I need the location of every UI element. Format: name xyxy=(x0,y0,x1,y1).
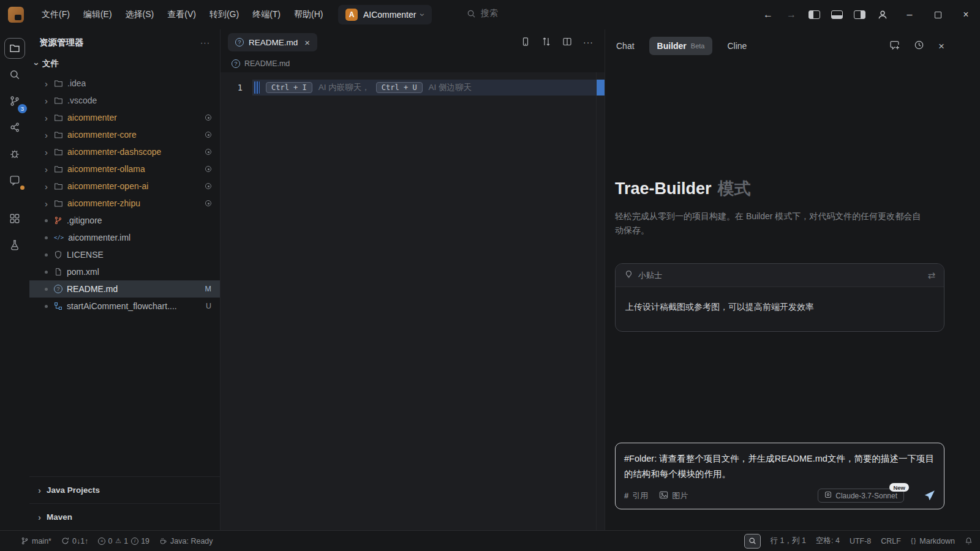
debug-icon[interactable] xyxy=(4,143,25,164)
source-control-icon[interactable]: 3 xyxy=(4,91,25,111)
preview-device-icon[interactable] xyxy=(521,37,530,48)
section-java-projects[interactable]: Java Projects xyxy=(29,476,220,503)
tree-item-flowchart[interactable]: startAiComment_flowchart.... U xyxy=(29,298,220,315)
tab-chat[interactable]: Chat xyxy=(616,41,635,51)
add-reference-button[interactable]: 引用 xyxy=(624,490,648,501)
maximize-button[interactable] xyxy=(924,0,952,29)
testing-icon[interactable] xyxy=(4,234,25,255)
problems-status[interactable]: 0 1 19 xyxy=(98,537,149,545)
app-logo-icon[interactable] xyxy=(8,7,24,23)
tree-item-aicommenter-ollama[interactable]: aicommenter-ollama xyxy=(29,160,220,178)
cursor-position[interactable]: 行 1，列 1 xyxy=(771,536,806,546)
code-editor[interactable]: 1 Ctrl + I AI 内嵌聊天， Ctrl + U AI 侧边聊天 xyxy=(221,72,605,530)
tab-builder[interactable]: Builder Beta xyxy=(649,37,713,55)
editor-scrollbar[interactable] xyxy=(596,72,605,530)
account-icon[interactable] xyxy=(877,9,888,20)
menu-help[interactable]: 帮助(H) xyxy=(287,6,330,23)
chevron-right-icon xyxy=(45,130,48,140)
toggle-panel-icon[interactable] xyxy=(831,10,843,19)
chat-input-box[interactable]: #Folder: 请查看整个项目文件，并生成README.md文件，简要的描述一… xyxy=(615,443,944,509)
tip-body: 上传设计稿截图或参考图，可以提高前端开发效率 xyxy=(616,287,944,331)
xml-file-icon xyxy=(54,268,62,276)
tab-readme-md[interactable]: README.md xyxy=(228,33,317,51)
more-actions-icon[interactable] xyxy=(200,39,210,47)
tree-item-aicommenter-core[interactable]: aicommenter-core xyxy=(29,126,220,143)
folder-icon xyxy=(54,148,63,157)
tree-item-license[interactable]: LICENSE xyxy=(29,246,220,263)
kbd-side-chat: Ctrl + U xyxy=(376,82,423,93)
error-icon xyxy=(98,538,105,545)
hash-icon xyxy=(624,492,628,500)
tab-cline[interactable]: Cline xyxy=(727,41,747,51)
indentation[interactable]: 空格: 4 xyxy=(816,536,840,546)
files-section-header[interactable]: 文件 xyxy=(29,55,220,72)
section-maven[interactable]: Maven xyxy=(29,503,220,530)
global-search[interactable]: 搜索 xyxy=(467,8,498,19)
menu-goto[interactable]: 转到(G) xyxy=(203,6,246,23)
git-status-dot xyxy=(45,236,48,239)
add-image-button[interactable]: 图片 xyxy=(659,490,688,501)
breadcrumb[interactable]: README.md xyxy=(221,55,605,72)
search-sidebar-icon[interactable] xyxy=(4,64,25,85)
chat-input-text[interactable]: #Folder: 请查看整个项目文件，并生成README.md文件，简要的描述一… xyxy=(624,451,935,481)
extensions-icon[interactable] xyxy=(4,208,25,229)
ai-chat-icon[interactable] xyxy=(4,170,25,190)
git-status-dot xyxy=(45,288,48,291)
shuffle-tip-icon[interactable] xyxy=(927,271,935,280)
more-actions-icon[interactable] xyxy=(583,38,594,47)
menu-edit[interactable]: 编辑(E) xyxy=(77,6,119,23)
git-sync-status[interactable]: 0↓1↑ xyxy=(61,537,88,545)
encoding[interactable]: UTF-8 xyxy=(850,537,871,545)
menu-view[interactable]: 查看(V) xyxy=(160,6,203,23)
close-tab-icon[interactable] xyxy=(304,38,310,47)
git-status-dot xyxy=(45,219,48,222)
menu-file[interactable]: 文件(F) xyxy=(35,6,77,23)
tree-item-aicommenter-open-ai[interactable]: aicommenter-open-ai xyxy=(29,178,220,195)
chat-input-actions: 引用 图片 Claude-3.7-Sonnet New xyxy=(624,489,935,503)
forward-icon[interactable] xyxy=(780,0,803,29)
tree-item-pom-xml[interactable]: pom.xml xyxy=(29,263,220,280)
model-selector[interactable]: Claude-3.7-Sonnet New xyxy=(818,489,904,503)
folder-icon xyxy=(54,96,63,105)
java-status[interactable]: Java: Ready xyxy=(159,537,213,545)
minimize-button[interactable] xyxy=(895,0,924,29)
tree-item-idea[interactable]: .idea xyxy=(29,75,220,92)
back-icon[interactable] xyxy=(756,0,780,29)
notifications-bell[interactable] xyxy=(965,537,973,545)
tree-item-gitignore[interactable]: .gitignore xyxy=(29,212,220,229)
tree-item-aicommenter-iml[interactable]: aicommenter.iml xyxy=(29,229,220,246)
toggle-sidebar-icon[interactable] xyxy=(809,10,820,19)
panel-header-icons xyxy=(889,40,944,52)
menu-selection[interactable]: 选择(S) xyxy=(119,6,161,23)
tree-item-readme-md[interactable]: README.md M xyxy=(29,280,220,298)
menu-terminal[interactable]: 终端(T) xyxy=(246,6,287,23)
git-branch-status[interactable]: main* xyxy=(21,537,51,545)
tree-item-aicommenter[interactable]: aicommenter xyxy=(29,109,220,126)
zoom-indicator[interactable] xyxy=(744,534,761,549)
project-name: AICommenter xyxy=(363,10,416,20)
tree-item-aicommenter-zhipu[interactable]: aicommenter-zhipu xyxy=(29,195,220,212)
remote-share-icon[interactable] xyxy=(4,117,25,138)
send-icon[interactable] xyxy=(924,490,935,501)
tip-card-header: 小贴士 xyxy=(616,264,944,287)
language-mode[interactable]: Markdown xyxy=(911,537,955,545)
chevron-down-icon xyxy=(32,62,42,66)
project-switcher[interactable]: A AICommenter xyxy=(338,5,432,24)
close-window-button[interactable] xyxy=(952,0,980,29)
explorer-icon[interactable] xyxy=(4,38,25,59)
folder-icon xyxy=(54,199,63,208)
close-panel-icon[interactable] xyxy=(938,41,944,51)
line-number: 1 xyxy=(221,83,252,92)
tree-item-aicommenter-dashscope[interactable]: aicommenter-dashscope xyxy=(29,143,220,160)
split-editor-icon[interactable] xyxy=(562,37,572,48)
toggle-secondary-sidebar-icon[interactable] xyxy=(854,10,865,19)
explorer-sidebar: 资源管理器 文件 .idea .vscode xyxy=(29,29,221,530)
new-chat-icon[interactable] xyxy=(889,40,900,52)
tree-item-vscode[interactable]: .vscode xyxy=(29,92,220,109)
chevron-right-icon xyxy=(45,96,48,105)
eol-sequence[interactable]: CRLF xyxy=(881,537,901,545)
compare-changes-icon[interactable] xyxy=(541,37,551,48)
bulb-icon xyxy=(624,270,633,281)
history-icon[interactable] xyxy=(914,40,924,52)
tab-title: README.md xyxy=(249,38,298,47)
